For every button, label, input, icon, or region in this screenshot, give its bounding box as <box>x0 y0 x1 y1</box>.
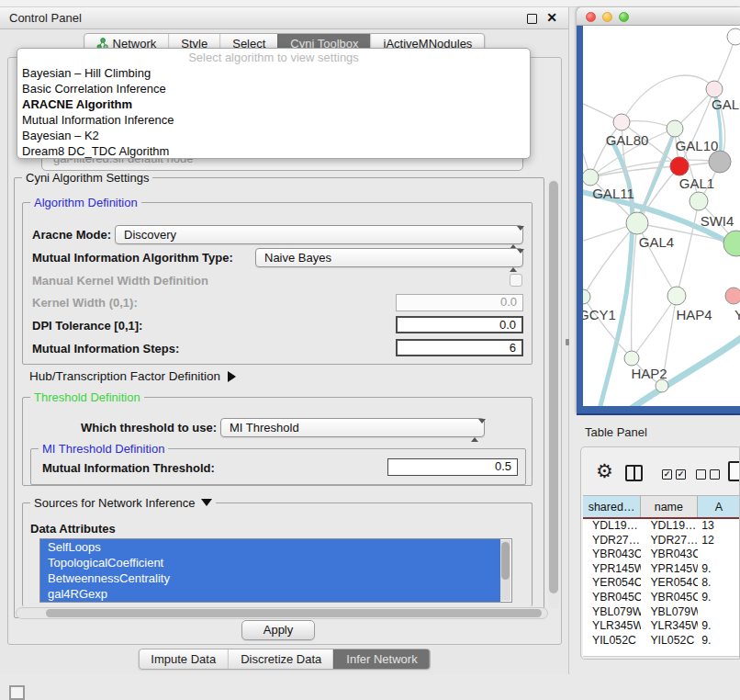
sources-group: Sources for Network Inference Data Attri… <box>22 502 533 606</box>
attribute-item-selected[interactable]: SelfLoops <box>40 539 500 555</box>
float-panel-icon[interactable] <box>527 14 537 24</box>
table-cell: YDL19… <box>641 519 698 534</box>
list-scrollbar[interactable] <box>500 540 510 601</box>
network-edge[interactable] <box>632 296 677 358</box>
table-row[interactable]: YDR27…YDR27…12 <box>583 534 740 548</box>
algorithm-option[interactable]: Dream8 DC_TDC Algorithm <box>17 143 530 159</box>
bottom-tab-bar: Impute DataDiscretize DataInfer Network <box>138 649 430 670</box>
manual-kernel-checkbox[interactable] <box>510 274 522 287</box>
gear-icon[interactable]: ⚙ <box>596 462 613 480</box>
table-cell: 9. <box>698 634 740 649</box>
table-row[interactable]: YLR345WYLR345W9. <box>583 619 740 634</box>
mi-type-select[interactable]: Naive Bayes <box>255 248 523 267</box>
network-node[interactable] <box>656 379 668 392</box>
sources-group-title[interactable]: Sources for Network Inference <box>30 496 216 510</box>
which-threshold-select[interactable]: MI Threshold <box>220 418 485 437</box>
algorithm-option[interactable]: ARACNE Algorithm <box>17 96 530 112</box>
tab-label: Discretize Data <box>241 652 321 666</box>
network-graph[interactable]: GALGAL80GAL10GAL1GAL11SWI4GAL4GCY1HAP4YH… <box>583 26 740 406</box>
network-node-label: GAL4 <box>639 234 674 250</box>
table-column-header[interactable]: name <box>641 496 698 517</box>
mi-threshold-label: Mutual Information Threshold: <box>42 461 215 475</box>
bottom-tab-impute-data[interactable]: Impute Data <box>139 649 228 669</box>
split-columns-icon[interactable] <box>625 465 643 481</box>
network-node-label: GCY1 <box>583 307 616 322</box>
unchecked-pair-icon[interactable] <box>710 469 720 480</box>
network-edge[interactable] <box>679 89 714 166</box>
minimized-panel-icon[interactable] <box>9 685 25 700</box>
network-node[interactable] <box>725 288 740 304</box>
network-node-label: GAL10 <box>676 138 719 153</box>
table-cell: 9. <box>698 591 740 605</box>
manual-kernel-label: Manual Kernel Width Definition <box>32 274 208 288</box>
network-node[interactable] <box>706 81 723 97</box>
algorithm-option[interactable]: Bayesian – Hill Climbing <box>17 65 530 81</box>
stepper-icon <box>510 252 517 265</box>
panel-splitter-handle[interactable] <box>566 339 569 345</box>
network-node[interactable] <box>690 192 708 210</box>
settings-horizontal-scrollbar[interactable] <box>16 607 548 619</box>
table-cell: YBR045C <box>583 591 641 605</box>
table-row[interactable]: YPR145WYPR145W9. <box>583 562 740 577</box>
table-toolbar: ⚙ ✓ ✓ <box>581 447 739 495</box>
network-node[interactable] <box>583 169 599 186</box>
close-window-icon[interactable] <box>586 12 596 22</box>
network-edge[interactable] <box>677 201 699 296</box>
table-column-header[interactable]: A <box>698 496 740 517</box>
apply-button[interactable]: Apply <box>241 620 315 640</box>
algorithm-option[interactable]: Bayesian – K2 <box>17 128 530 143</box>
table-panel-title: Table Panel <box>585 425 647 439</box>
attribute-item-selected[interactable]: gal4RGexp <box>40 586 500 602</box>
attribute-item-selected[interactable]: TopologicalCoefficient <box>40 555 500 570</box>
data-attributes-list[interactable]: SelfLoopsTopologicalCoefficientBetweenne… <box>39 538 512 603</box>
table-cell: YBR043C <box>641 548 698 562</box>
network-node[interactable] <box>613 114 630 130</box>
table-row[interactable]: YBL079WYBL079W <box>583 605 740 620</box>
collapsed-arrow-icon <box>228 371 236 382</box>
network-node[interactable] <box>667 287 686 305</box>
network-node[interactable] <box>723 231 740 256</box>
threshold-definition-title: Threshold Definition <box>30 390 144 404</box>
table-row[interactable]: YER054CYER054C8. <box>583 576 740 591</box>
table-row[interactable]: YIL052CYIL052C9. <box>583 634 740 649</box>
bottom-tab-infer-network[interactable]: Infer Network <box>333 649 429 669</box>
aracne-mode-select[interactable]: Discovery <box>115 225 523 244</box>
checked-pair-icon[interactable]: ✓ <box>662 469 672 480</box>
algorithm-option[interactable]: Basic Correlation Inference <box>17 81 530 96</box>
threshold-definition-group: Threshold Definition Which threshold to … <box>22 397 533 486</box>
table-row[interactable]: YDL19…YDL19…13 <box>583 519 740 534</box>
dpi-tolerance-field[interactable]: 0.0 <box>396 316 523 333</box>
table-column-header[interactable]: shared… <box>583 496 641 517</box>
bottom-tab-discretize-data[interactable]: Discretize Data <box>228 649 333 669</box>
network-node[interactable] <box>624 351 639 366</box>
settings-vertical-scrollbar[interactable] <box>548 179 559 609</box>
table-row[interactable]: YBR043CYBR043C <box>583 548 740 562</box>
network-node-label: GAL80 <box>606 132 649 148</box>
minimize-window-icon[interactable] <box>602 12 612 22</box>
table-cell: YBR043C <box>583 548 641 562</box>
network-node[interactable] <box>670 157 689 175</box>
mi-threshold-field[interactable]: 0.5 <box>387 458 518 476</box>
algorithm-option[interactable]: Mutual Information Inference <box>17 112 530 128</box>
network-node[interactable] <box>727 28 740 45</box>
network-canvas[interactable]: GALGAL80GAL10GAL1GAL11SWI4GAL4GCY1HAP4YH… <box>583 26 740 406</box>
table-horizontal-scrollbar[interactable] <box>583 656 740 660</box>
table-cell: 9. <box>698 562 740 577</box>
table-partial-icon[interactable] <box>728 461 740 481</box>
attribute-item-selected[interactable]: BetweennessCentrality <box>40 570 500 586</box>
zoom-window-icon[interactable] <box>619 12 629 22</box>
table-row[interactable]: YBR045CYBR045C9. <box>583 591 740 605</box>
close-icon[interactable]: ✕ <box>546 10 557 25</box>
mi-steps-field[interactable]: 6 <box>396 339 523 356</box>
checked-pair-icon[interactable]: ✓ <box>676 469 686 480</box>
network-edge[interactable] <box>622 75 714 122</box>
network-window-titlebar[interactable] <box>577 7 740 26</box>
kernel-width-field[interactable]: 0.0 <box>396 294 523 311</box>
unchecked-pair-icon[interactable] <box>696 469 706 480</box>
network-node[interactable] <box>667 120 683 137</box>
network-node[interactable] <box>583 289 590 304</box>
hub-definition-toggle[interactable]: Hub/Transcription Factor Definition <box>29 369 236 383</box>
network-node[interactable] <box>626 212 648 234</box>
network-node[interactable] <box>709 151 731 173</box>
table-cell: YBR045C <box>641 591 698 605</box>
